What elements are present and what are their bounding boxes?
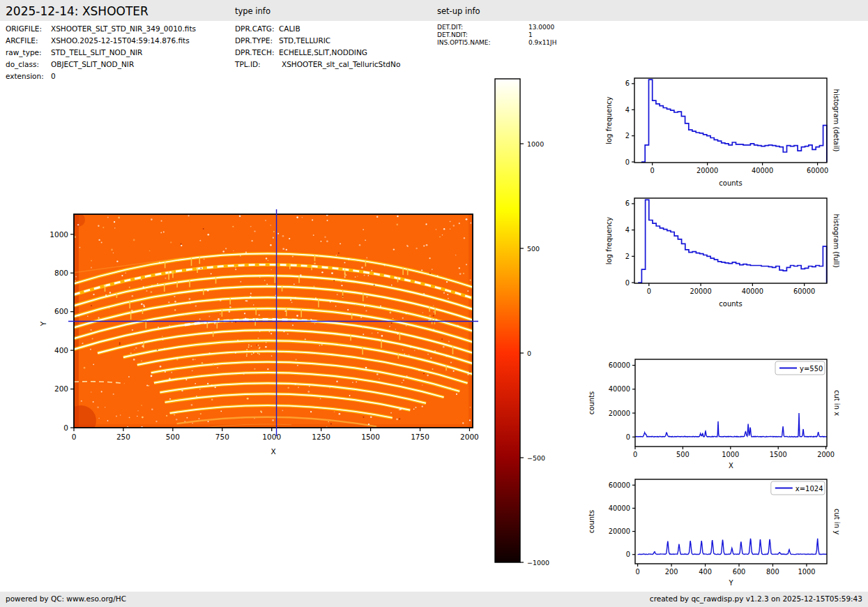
tick-label: 4 [625, 106, 630, 114]
setup-info-value: 13.0000 [528, 24, 554, 31]
tick-label: 2000 [817, 451, 835, 458]
tick-label: 20000 [696, 167, 718, 174]
tick-label: 40000 [609, 504, 630, 512]
setup-info-label: INS.OPTI5.NAME: [437, 39, 491, 46]
tick-label: 0 [625, 158, 630, 166]
setup-info-value: 0.9x11JH [528, 39, 557, 46]
tick-label: 2000 [460, 433, 479, 441]
tick-label: 250 [116, 433, 130, 441]
setup-info-value: 1 [528, 31, 533, 38]
tick-label: 2 [625, 253, 630, 260]
tick-label: 60000 [807, 167, 828, 174]
legend: y=550 [775, 361, 825, 375]
type-info-label: TPL.ID: [235, 60, 261, 68]
colorbar-tick-label: 0 [527, 350, 531, 357]
tick-label: 6 [625, 80, 630, 87]
legend-label: x=1024 [795, 485, 823, 493]
hist_full-plot: 02000040000600000246countslog frequencyh… [605, 198, 840, 308]
colorbar-tick-label: −500 [527, 454, 545, 462]
tick-label: 20000 [690, 287, 712, 295]
tick-label: 1750 [411, 433, 429, 441]
tick-label: 400 [699, 568, 712, 576]
file-info-label: extension: [6, 72, 44, 80]
colorbar-gradient [495, 79, 520, 562]
tick-label: 400 [54, 346, 68, 354]
tick-label: 1000 [262, 433, 281, 441]
plots-canvas: 0250500750100012501500175020000200400600… [0, 0, 868, 607]
tick-label: 60000 [609, 361, 630, 369]
tick-label: 1000 [798, 568, 815, 576]
detector-image [66, 213, 473, 436]
tick-label: 500 [676, 451, 690, 458]
tick-label: 0 [63, 424, 68, 432]
colorbar-tick-label: 500 [527, 245, 540, 253]
tick-label: 1000 [50, 230, 68, 239]
right-axis-label: cut in y [833, 509, 841, 534]
colorbar-tick-label: 1000 [527, 140, 544, 148]
tick-label: 0 [633, 451, 637, 458]
y-axis-label: log frequency [605, 217, 613, 265]
tick-label: 0 [626, 433, 630, 441]
type-info-label: DPR.TYPE: [235, 36, 273, 45]
file-info-value: XSHOO.2025-12-15T04:59:14.876.fits [51, 36, 190, 45]
tick-label: 60000 [609, 481, 630, 489]
tick-label: 40000 [742, 287, 763, 295]
cut-profile-line [638, 539, 827, 555]
setup-info-heading: set-up info [437, 6, 480, 16]
x-axis-label: Y [728, 579, 733, 587]
tick-label: 6 [625, 200, 630, 207]
tick-label: 600 [54, 307, 68, 315]
type-info-value: STD,TELLURIC [279, 36, 330, 45]
x-axis-label: X [271, 447, 275, 456]
cut_y-plot: 020040060080010000200004000060000Ycounts… [588, 479, 841, 587]
right-axis-label: histogram (full) [832, 213, 840, 267]
tick-label: 0 [72, 433, 77, 441]
x-axis-label: counts [719, 179, 742, 187]
tick-label: 1000 [722, 451, 739, 458]
file-info-label: raw_type: [6, 48, 42, 57]
y-axis-label: counts [588, 391, 595, 414]
footer-left: powered by QC: www.eso.org/HC [6, 594, 126, 603]
tick-label: 0 [626, 550, 630, 558]
tick-label: 2 [625, 132, 630, 140]
tick-label: 800 [54, 269, 68, 277]
qc-rawdisp-report: 0250500750100012501500175020000200400600… [0, 0, 868, 607]
tick-label: 800 [766, 568, 779, 576]
x-axis-label: counts [719, 300, 742, 308]
y-axis-label: log frequency [605, 96, 613, 144]
type-info-value: CALIB [279, 24, 300, 33]
colorbar: 10005000−500−1000 [495, 79, 549, 567]
tick-label: 0 [647, 287, 651, 295]
tick-label: 4 [625, 226, 630, 234]
tick-label: 60000 [793, 287, 815, 295]
tick-label: 200 [665, 568, 678, 576]
legend: x=1024 [771, 481, 825, 495]
colorbar-tick-label: −1000 [527, 559, 549, 567]
tick-label: 40000 [609, 385, 630, 393]
file-info-label: do_class: [6, 60, 39, 68]
page-title: 2025-12-14: XSHOOTER [6, 4, 149, 18]
tick-label: 200 [54, 384, 68, 393]
tick-label: 600 [733, 568, 746, 576]
x-axis-label: X [729, 462, 733, 470]
type-info-heading: type info [235, 6, 271, 16]
footer-right: created by qc_rawdisp.py v1.2.3 on 2025-… [650, 594, 862, 603]
type-info-label: DPR.CATG: [235, 24, 274, 33]
tick-label: 20000 [609, 410, 630, 417]
file-info-label: ARCFILE: [6, 36, 38, 45]
tick-label: 20000 [609, 527, 630, 535]
tick-label: 500 [166, 433, 180, 441]
file-info-value: OBJECT_SLIT_NOD_NIR [51, 60, 134, 68]
right-axis-label: cut in x [833, 390, 841, 416]
right-axis-label: histogram (detail) [832, 89, 840, 152]
histogram-step-line [641, 80, 827, 162]
type-info-label: DPR.TECH: [235, 48, 275, 57]
main-image-plot: 0250500750100012501500175020000200400600… [39, 209, 479, 456]
legend-label: y=550 [800, 365, 823, 373]
tick-label: 1500 [361, 433, 380, 441]
cut-profile-line [635, 413, 827, 437]
tick-label: 1500 [770, 451, 787, 458]
type-info-value: ECHELLE,SLIT,NODDING [279, 48, 367, 57]
file-info-label: ORIGFILE: [6, 24, 42, 33]
y-axis-label: counts [588, 510, 595, 533]
